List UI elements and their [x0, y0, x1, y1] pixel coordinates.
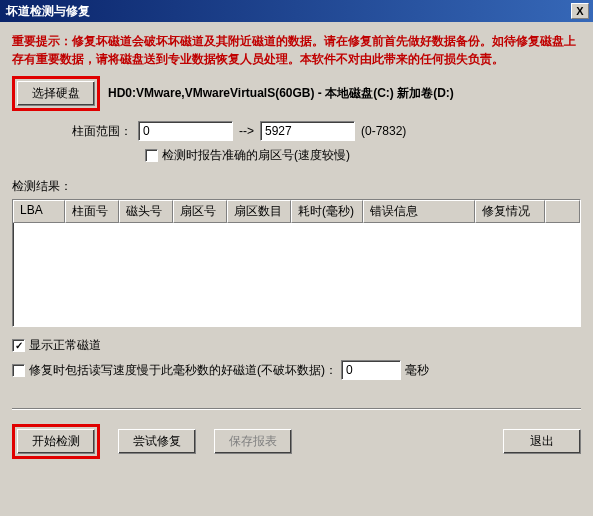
report-accurate-checkbox[interactable]: [145, 149, 158, 162]
close-button[interactable]: X: [571, 3, 589, 19]
col-rest: [545, 200, 580, 223]
col-lba[interactable]: LBA: [13, 200, 65, 223]
col-time[interactable]: 耗时(毫秒): [291, 200, 363, 223]
show-normal-label: 显示正常磁道: [29, 337, 101, 354]
col-sector[interactable]: 扇区号: [173, 200, 227, 223]
cylinder-range-label: 柱面范围：: [72, 123, 132, 140]
ms-unit: 毫秒: [405, 362, 429, 379]
repair-speed-input[interactable]: [341, 360, 401, 380]
exit-button[interactable]: 退出: [503, 429, 581, 454]
select-disk-highlight: 选择硬盘: [12, 76, 100, 111]
divider: [12, 408, 581, 410]
col-error[interactable]: 错误信息: [363, 200, 475, 223]
disk-label: HD0:VMware,VMwareVirtualS(60GB) - 本地磁盘(C…: [108, 85, 454, 102]
range-to-input[interactable]: [260, 121, 355, 141]
col-count[interactable]: 扇区数目: [227, 200, 291, 223]
report-accurate-label: 检测时报告准确的扇区号(速度较慢): [162, 147, 350, 164]
result-table[interactable]: LBA 柱面号 磁头号 扇区号 扇区数目 耗时(毫秒) 错误信息 修复情况: [12, 199, 581, 327]
repair-speed-label: 修复时包括读写速度慢于此毫秒数的好磁道(不破坏数据)：: [29, 362, 337, 379]
try-repair-button[interactable]: 尝试修复: [118, 429, 196, 454]
range-from-input[interactable]: [138, 121, 233, 141]
col-head[interactable]: 磁头号: [119, 200, 173, 223]
show-normal-checkbox[interactable]: ✓: [12, 339, 25, 352]
col-repair[interactable]: 修复情况: [475, 200, 545, 223]
start-detect-highlight: 开始检测: [12, 424, 100, 459]
result-label: 检测结果：: [12, 178, 581, 195]
start-detect-button[interactable]: 开始检测: [17, 429, 95, 454]
warning-text: 重要提示：修复坏磁道会破坏坏磁道及其附近磁道的数据。请在修复前首先做好数据备份。…: [12, 30, 581, 76]
select-disk-button[interactable]: 选择硬盘: [17, 81, 95, 106]
repair-speed-checkbox[interactable]: [12, 364, 25, 377]
range-hint: (0-7832): [361, 124, 406, 138]
save-report-button: 保存报表: [214, 429, 292, 454]
col-cylinder[interactable]: 柱面号: [65, 200, 119, 223]
window-title: 坏道检测与修复: [6, 3, 90, 20]
arrow-label: -->: [239, 124, 254, 138]
